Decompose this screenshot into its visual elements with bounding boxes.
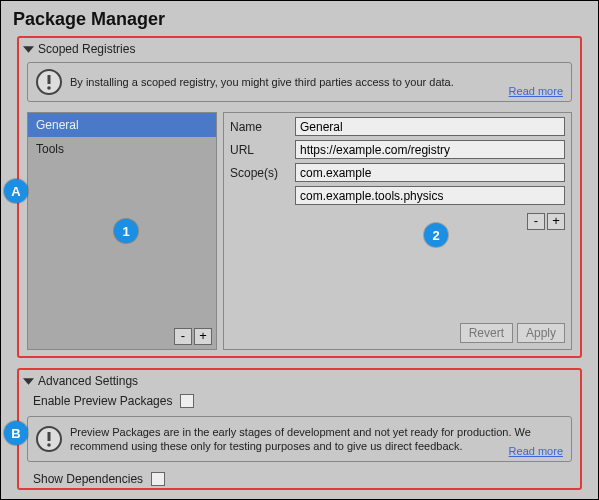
enable-preview-checkbox[interactable] bbox=[180, 394, 194, 408]
show-dependencies-checkbox[interactable] bbox=[151, 472, 165, 486]
section-header-label: Advanced Settings bbox=[38, 374, 138, 388]
url-label: URL bbox=[230, 143, 295, 157]
svg-point-7 bbox=[47, 443, 51, 447]
scoped-registries-section: Scoped Registries By installing a scoped… bbox=[17, 36, 582, 358]
package-manager-window: Package Manager Scoped Registries By ins… bbox=[0, 0, 599, 500]
alert-icon bbox=[36, 69, 62, 95]
advanced-settings-foldout[interactable]: Advanced Settings bbox=[19, 370, 580, 390]
svg-rect-6 bbox=[48, 432, 51, 441]
remove-registry-button[interactable]: - bbox=[174, 328, 192, 345]
advanced-settings-section: Advanced Settings Enable Preview Package… bbox=[17, 368, 582, 490]
advanced-info-box: Preview Packages are in the early stages… bbox=[27, 416, 572, 462]
add-scope-button[interactable]: + bbox=[547, 213, 565, 230]
svg-point-3 bbox=[47, 86, 51, 90]
show-dependencies-label: Show Dependencies bbox=[33, 472, 143, 486]
registries-list: General Tools - + 1 bbox=[27, 112, 217, 350]
section-header-label: Scoped Registries bbox=[38, 42, 135, 56]
remove-scope-button[interactable]: - bbox=[527, 213, 545, 230]
callout-2: 2 bbox=[424, 223, 448, 247]
name-field[interactable] bbox=[295, 117, 565, 136]
scoped-registries-info-box: By installing a scoped registry, you mig… bbox=[27, 62, 572, 102]
svg-marker-4 bbox=[23, 378, 34, 385]
chevron-down-icon bbox=[23, 376, 34, 387]
advanced-info-message: Preview Packages are in the early stages… bbox=[70, 425, 563, 454]
callout-B: B bbox=[4, 421, 28, 445]
url-field[interactable] bbox=[295, 140, 565, 159]
name-label: Name bbox=[230, 120, 295, 134]
add-registry-button[interactable]: + bbox=[194, 328, 212, 345]
apply-button[interactable]: Apply bbox=[517, 323, 565, 343]
alert-icon bbox=[36, 426, 62, 452]
registry-item-tools[interactable]: Tools bbox=[28, 137, 216, 161]
window-title: Package Manager bbox=[1, 1, 598, 36]
svg-rect-2 bbox=[48, 75, 51, 84]
callout-1: 1 bbox=[114, 219, 138, 243]
enable-preview-label: Enable Preview Packages bbox=[33, 394, 172, 408]
scope-field-1[interactable] bbox=[295, 186, 565, 205]
registries-body: General Tools - + 1 Name URL Scope bbox=[19, 108, 580, 358]
scoped-registries-foldout[interactable]: Scoped Registries bbox=[19, 38, 580, 58]
svg-marker-0 bbox=[23, 46, 34, 53]
chevron-down-icon bbox=[23, 44, 34, 55]
callout-A: A bbox=[4, 179, 28, 203]
read-more-link[interactable]: Read more bbox=[509, 85, 563, 97]
scope-field-0[interactable] bbox=[295, 163, 565, 182]
revert-button[interactable]: Revert bbox=[460, 323, 513, 343]
scopes-label: Scope(s) bbox=[230, 166, 295, 180]
advanced-read-more-link[interactable]: Read more bbox=[509, 445, 563, 457]
info-message: By installing a scoped registry, you mig… bbox=[70, 75, 563, 89]
registry-form: Name URL Scope(s) - + bbox=[223, 112, 572, 350]
registry-item-general[interactable]: General bbox=[28, 113, 216, 137]
